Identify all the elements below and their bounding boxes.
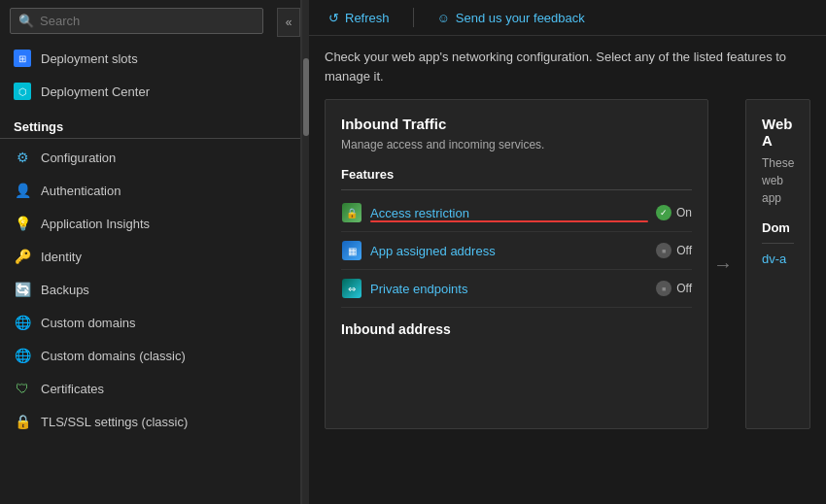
sidebar-label-tls-ssl: TLS/SSL settings (classic) [41, 415, 188, 429]
app-container: 🔍 « ⊞ Deployment slots ⬡ Deployment Cent… [0, 0, 826, 504]
sidebar-item-backups[interactable]: 🔄 Backups [0, 273, 300, 306]
app-assigned-status-label: Off [676, 244, 692, 257]
sidebar: 🔍 « ⊞ Deployment slots ⬡ Deployment Cent… [0, 0, 301, 504]
status-off-icon-2 [656, 281, 671, 296]
search-box: 🔍 [10, 8, 263, 34]
domain-value[interactable]: dv-a [762, 252, 794, 266]
page-description: Check your web app's networking configur… [325, 48, 810, 85]
private-endpoints-icon: ⇔ [341, 278, 362, 299]
feedback-icon: ☺ [437, 11, 450, 25]
page-body: Check your web app's networking configur… [309, 36, 826, 504]
refresh-icon: ↺ [328, 11, 339, 25]
sidebar-item-deployment-center[interactable]: ⬡ Deployment Center [0, 75, 300, 108]
app-assigned-address-status: Off [656, 243, 692, 258]
deployment-center-icon: ⬡ [14, 83, 31, 100]
web-app-card: Web A These web app Dom dv-a [745, 99, 810, 429]
feature-row-app-assigned-address: ▦ App assigned address Off [341, 232, 692, 270]
sidebar-label-backups: Backups [41, 283, 89, 297]
sidebar-label-authentication: Authentication [41, 184, 120, 198]
certificates-icon: 🛡 [14, 380, 31, 397]
app-assigned-address-icon: ▦ [341, 240, 362, 261]
sidebar-label-deployment-center: Deployment Center [41, 84, 150, 99]
refresh-label: Refresh [345, 11, 390, 25]
sidebar-label-certificates: Certificates [41, 382, 104, 396]
toolbar-divider [413, 8, 414, 27]
backups-icon: 🔄 [14, 281, 31, 298]
arrow-connector: → [708, 99, 738, 429]
access-restriction-icon: 🔒 [341, 202, 362, 223]
sidebar-label-identity: Identity [41, 250, 82, 264]
status-on-icon [656, 205, 671, 220]
features-header: Features [341, 167, 692, 190]
deployment-slots-icon: ⊞ [14, 50, 31, 67]
tls-icon: 🔒 [14, 413, 31, 430]
domain-label: Dom [762, 220, 794, 244]
inbound-card-title: Inbound Traffic [341, 116, 692, 132]
sidebar-item-deployment-slots[interactable]: ⊞ Deployment slots [0, 42, 300, 75]
private-endpoints-status-label: Off [676, 282, 692, 295]
sidebar-label-deployment-slots: Deployment slots [41, 51, 138, 66]
application-insights-icon: 💡 [14, 215, 31, 232]
sidebar-scrollbar [301, 0, 309, 504]
refresh-button[interactable]: ↺ Refresh [325, 9, 394, 27]
private-endpoints-status: Off [656, 281, 692, 296]
search-icon: 🔍 [18, 14, 34, 28]
private-endpoints-link[interactable]: Private endpoints [370, 282, 648, 296]
inbound-traffic-card: Inbound Traffic Manage access and incomi… [325, 99, 708, 429]
sidebar-item-authentication[interactable]: 👤 Authentication [0, 174, 300, 207]
toolbar: ↺ Refresh ☺ Send us your feedback [309, 0, 826, 36]
collapse-sidebar-button[interactable]: « [277, 8, 300, 37]
web-app-card-text: These web app [762, 154, 794, 207]
sidebar-label-custom-domains: Custom domains [41, 316, 136, 330]
cards-row: Inbound Traffic Manage access and incomi… [325, 99, 810, 429]
sidebar-scroll: ⊞ Deployment slots ⬡ Deployment Center S… [0, 42, 300, 504]
access-restriction-status: On [656, 205, 692, 220]
sidebar-label-configuration: Configuration [41, 151, 116, 165]
feature-row-access-restriction: 🔒 Access restriction On [341, 194, 692, 232]
feedback-label: Send us your feedback [456, 11, 585, 25]
status-off-icon-1 [656, 243, 671, 258]
feature-row-private-endpoints: ⇔ Private endpoints Off [341, 270, 692, 308]
settings-section-header: Settings [0, 108, 300, 139]
sidebar-item-custom-domains-classic[interactable]: 🌐 Custom domains (classic) [0, 339, 300, 372]
authentication-icon: 👤 [14, 182, 31, 199]
sidebar-label-application-insights: Application Insights [41, 217, 150, 231]
access-restriction-link[interactable]: Access restriction [370, 206, 648, 220]
sidebar-item-identity[interactable]: 🔑 Identity [0, 240, 300, 273]
inbound-address-header: Inbound address [341, 321, 692, 337]
sidebar-item-certificates[interactable]: 🛡 Certificates [0, 372, 300, 405]
sidebar-item-application-insights[interactable]: 💡 Application Insights [0, 207, 300, 240]
sidebar-label-custom-domains-classic: Custom domains (classic) [41, 349, 186, 363]
custom-domains-classic-icon: 🌐 [14, 347, 31, 364]
custom-domains-icon: 🌐 [14, 314, 31, 331]
configuration-icon: ⚙ [14, 149, 31, 166]
sidebar-item-tls-ssl[interactable]: 🔒 TLS/SSL settings (classic) [0, 405, 300, 438]
sidebar-item-configuration[interactable]: ⚙ Configuration [0, 141, 300, 174]
identity-icon: 🔑 [14, 248, 31, 265]
web-app-card-title: Web A [762, 116, 794, 149]
search-input[interactable] [40, 14, 255, 28]
app-assigned-address-link[interactable]: App assigned address [370, 244, 648, 258]
scroll-thumb [303, 58, 309, 136]
sidebar-item-custom-domains[interactable]: 🌐 Custom domains [0, 306, 300, 339]
main-content: ↺ Refresh ☺ Send us your feedback Check … [309, 0, 826, 504]
feedback-button[interactable]: ☺ Send us your feedback [433, 9, 589, 27]
inbound-card-subtitle: Manage access and incoming services. [341, 138, 692, 151]
access-restriction-status-label: On [676, 206, 692, 219]
